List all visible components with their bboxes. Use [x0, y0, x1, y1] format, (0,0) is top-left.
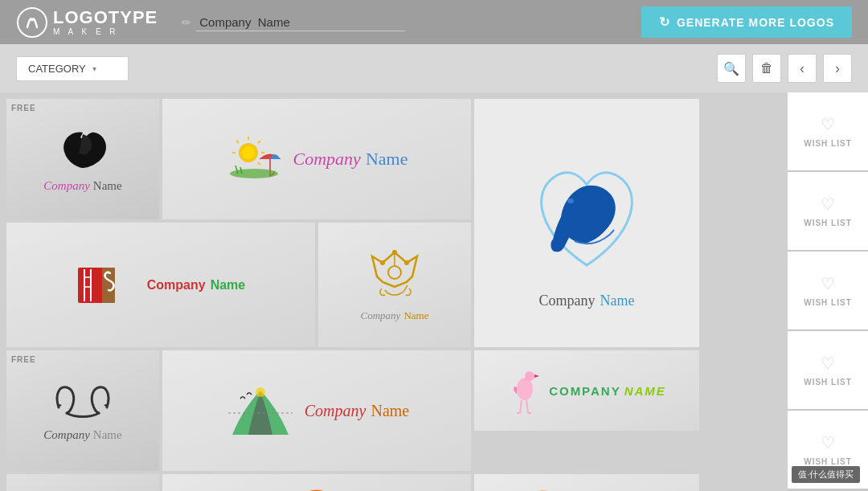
heart-icon-5: ♡: [821, 433, 835, 452]
app-logo: LOGOTYPE M A K E R: [16, 6, 158, 39]
logo-card-shoe[interactable]: Company Name: [474, 99, 699, 347]
svg-point-26: [517, 378, 533, 400]
wheel-icon: [514, 486, 571, 491]
logo-card-wheel[interactable]: Company Name: [474, 474, 699, 491]
sunshine-logo-content: Company Name: [218, 127, 416, 191]
svg-point-33: [256, 387, 265, 397]
search-button[interactable]: 🔍: [717, 54, 746, 83]
road-company-text: Company: [305, 402, 366, 420]
svg-line-5: [258, 141, 260, 143]
pencil-icon: ✏: [182, 16, 191, 29]
heart-icon-3: ♡: [821, 274, 835, 293]
shoe-icon: [522, 137, 651, 281]
crown-logo-content: Company Name: [353, 240, 437, 330]
bamboo-logo-content: Company Name: [68, 253, 253, 317]
sunshine-icon: [226, 135, 282, 183]
tree-icon: [285, 486, 349, 491]
crown-company-text: Company: [361, 309, 401, 322]
bird-logo-content: Company Name: [35, 118, 129, 201]
company-name-input[interactable]: [196, 14, 405, 31]
category-dropdown[interactable]: CATEGORY ▾: [16, 56, 129, 81]
logo-card-bird[interactable]: FREE Company Name: [6, 99, 159, 219]
flamingo-name-text: NAME: [624, 384, 666, 398]
free-badge-2: FREE: [11, 355, 36, 364]
wish-card-1[interactable]: ♡ WISH LIST: [788, 92, 868, 170]
road-icon: [224, 383, 297, 439]
bird-company-text: Company: [43, 179, 90, 193]
flamingo-logo-content: COMPANY NAME: [499, 358, 674, 423]
shoe-company-text: Company: [539, 293, 596, 309]
wheel-logo-content: Company Name: [506, 478, 666, 491]
svg-line-28: [520, 400, 522, 413]
svg-point-0: [18, 8, 47, 37]
wish-label-3: WISH LIST: [804, 298, 852, 307]
delete-button[interactable]: 🗑: [752, 54, 781, 83]
generate-more-logos-button[interactable]: ↻ GENERATE MORE LOGOS: [641, 6, 852, 38]
toolbar: CATEGORY ▾ 🔍 🗑 ‹ ›: [0, 44, 868, 92]
search-area: ✏: [182, 14, 439, 31]
human-icon: [59, 486, 107, 491]
wish-card-2[interactable]: ♡ WISH LIST: [788, 172, 868, 250]
logo-card-crown[interactable]: Company Name: [318, 223, 471, 347]
svg-point-21: [388, 266, 401, 279]
logo-card-flamingo[interactable]: COMPANY NAME: [474, 350, 699, 431]
arrow-company-text: Company: [43, 428, 90, 442]
refresh-icon: ↻: [659, 14, 670, 30]
svg-point-25: [404, 260, 409, 265]
svg-point-23: [392, 250, 397, 255]
road-logo-content: Company Name: [216, 374, 417, 447]
logo-card-road[interactable]: Company Name: [162, 350, 471, 471]
bird-name-text: Name: [93, 179, 122, 193]
prev-button[interactable]: ‹: [788, 54, 817, 83]
shoe-logo-content: Company Name: [514, 129, 659, 317]
wish-label-5: WISH LIST: [804, 457, 852, 466]
app-name: LOGOTYPE M A K E R: [53, 9, 158, 36]
svg-line-8: [236, 141, 239, 143]
generate-label: GENERATE MORE LOGOS: [677, 16, 834, 29]
chevron-down-icon: ▾: [92, 64, 96, 73]
arrow-name-text: Name: [93, 428, 122, 442]
svg-line-29: [526, 400, 528, 413]
bottom-left-content: [52, 480, 113, 491]
logo-card-bottom-left[interactable]: [6, 474, 159, 491]
logotype-label: LOGOTYPE: [53, 9, 158, 27]
watermark: 值·什么值得买: [792, 466, 860, 483]
bamboo-company-text: Company: [147, 278, 206, 293]
sunshine-company-text: Company: [293, 149, 361, 170]
category-label: CATEGORY: [28, 63, 86, 75]
wish-card-3[interactable]: ♡ WISH LIST: [788, 252, 868, 329]
heart-icon-1: ♡: [821, 115, 835, 134]
svg-point-14: [567, 198, 574, 203]
flamingo-company-text: COMPANY: [549, 384, 621, 398]
logo-card-sunshine[interactable]: Company Name: [162, 99, 471, 219]
header: LOGOTYPE M A K E R ✏ ↻ GENERATE MORE LOG…: [0, 0, 868, 44]
logo-card-bamboo[interactable]: Company Name: [6, 223, 315, 347]
flamingo-icon: [507, 366, 541, 415]
bamboo-icon: [76, 261, 133, 309]
wish-label-1: WISH LIST: [804, 139, 852, 148]
bottom-mid-content: [278, 480, 355, 491]
maker-label: M A K E R: [53, 28, 158, 36]
crown-icon: [362, 248, 427, 305]
next-button[interactable]: ›: [823, 54, 852, 83]
logo-grid: FREE Company Name: [0, 92, 788, 491]
heart-icon-4: ♡: [821, 354, 835, 373]
road-name-text: Name: [371, 402, 409, 420]
main-content: FREE Company Name: [0, 92, 868, 491]
heart-icon-2: ♡: [821, 194, 835, 214]
wish-sidebar: ♡ WISH LIST ♡ WISH LIST ♡ WISH LIST ♡ WI…: [788, 92, 868, 491]
wish-label-4: WISH LIST: [804, 378, 852, 387]
svg-point-3: [242, 146, 255, 159]
arrow-logo-content: Company Name: [35, 371, 129, 450]
logo-card-bottom-mid[interactable]: [162, 474, 471, 491]
crown-name-text: Name: [403, 309, 428, 322]
bamboo-name-text: Name: [211, 278, 246, 293]
svg-line-7: [258, 162, 260, 165]
svg-point-24: [380, 260, 385, 265]
shoe-name-text: Name: [600, 293, 635, 309]
free-badge: FREE: [11, 104, 36, 113]
logotype-maker-icon: [16, 6, 48, 39]
wish-card-4[interactable]: ♡ WISH LIST: [788, 331, 868, 409]
wish-label-2: WISH LIST: [804, 219, 852, 227]
logo-card-arrow[interactable]: FREE Company Name: [6, 350, 159, 471]
